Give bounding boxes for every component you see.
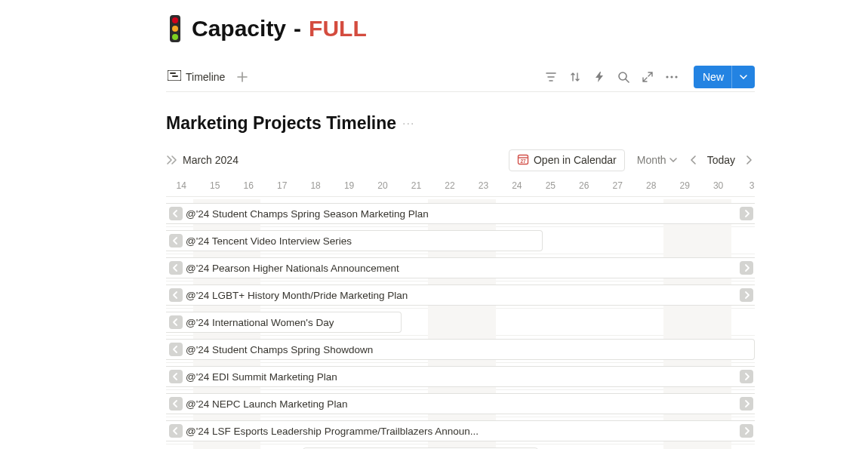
more-icon[interactable] (665, 70, 679, 84)
timeline-row: @'24 NEPC Launch Marketing Plan (166, 390, 755, 417)
chevron-down-icon (669, 158, 677, 162)
timeline-row: @'24 Tencent Video Interview Series (166, 227, 755, 254)
collapse-icon[interactable] (166, 155, 178, 165)
svg-point-2 (172, 26, 178, 32)
timeline-bar[interactable]: @'24 Student Champs Spring Showdown (166, 339, 755, 360)
date-label: 26 (579, 180, 589, 191)
date-label: 24 (512, 180, 522, 191)
weekend-shade (193, 444, 260, 449)
continues-right-icon[interactable] (740, 397, 753, 411)
timeline-bar-label: @'24 NEPC Launch Marketing Plan (186, 398, 347, 410)
weekend-shade (663, 226, 731, 254)
timeline-icon (168, 70, 181, 83)
continues-left-icon[interactable] (169, 370, 183, 383)
timeline-bar[interactable]: @'24 LSF Esports Leadership Programme/Tr… (166, 420, 755, 441)
continues-left-icon[interactable] (169, 343, 183, 356)
date-label: 28 (646, 180, 656, 191)
timeline-row: @'24 International Women's Day (166, 309, 755, 336)
timeline-row: @'24 Student Champs Spring Season Market… (166, 200, 755, 227)
tab-timeline[interactable]: Timeline (166, 67, 226, 86)
date-label: 27 (613, 180, 623, 191)
timeline-bar[interactable]: @'24 LGBT+ History Month/Pride Marketing… (166, 284, 755, 306)
timeline-bar[interactable]: @'24 EDI Summit Marketing Plan (166, 366, 755, 387)
prev-button[interactable] (688, 154, 700, 166)
new-button[interactable]: New (694, 66, 755, 88)
next-button[interactable] (743, 154, 755, 166)
date-label: 22 (445, 180, 454, 191)
section-menu-icon[interactable]: ··· (402, 117, 414, 131)
weekend-shade (428, 308, 496, 336)
date-label: 3 (749, 180, 755, 191)
svg-text:27: 27 (520, 158, 526, 163)
timeline-bar-label: @'24 Tencent Video Interview Series (186, 235, 352, 247)
continues-right-icon[interactable] (740, 261, 753, 275)
svg-point-1 (172, 17, 178, 23)
svg-point-10 (675, 75, 677, 78)
continues-left-icon[interactable] (169, 397, 183, 411)
timeline-bar-label: @'24 Pearson Higher Nationals Announceme… (186, 263, 399, 274)
date-label: 25 (546, 180, 556, 191)
timeline-bar-label: @'24 Student Champs Spring Showdown (186, 344, 373, 355)
timeline-bar-label: @'24 LGBT+ History Month/Pride Marketing… (186, 290, 408, 301)
svg-point-3 (172, 34, 178, 40)
search-icon[interactable] (617, 70, 630, 84)
scale-select-label: Month (637, 154, 666, 166)
scale-select[interactable]: Month (637, 154, 677, 166)
view-toolbar: Timeline (166, 62, 755, 92)
date-label: 18 (310, 180, 320, 191)
timeline-row: @'24 LGBT+ History Month/Pride Marketing… (166, 281, 755, 309)
continues-left-icon[interactable] (169, 234, 183, 248)
weekend-shade (663, 444, 731, 449)
svg-point-9 (670, 75, 673, 78)
timeline-row: @'24 Student Champs Spring Showdown (166, 336, 755, 363)
timeline-bar[interactable]: @'24 Tencent Video Interview Series (166, 230, 543, 251)
continues-right-icon[interactable] (740, 288, 753, 302)
svg-rect-5 (170, 72, 176, 74)
filter-icon[interactable] (544, 70, 558, 84)
tab-label: Timeline (186, 71, 225, 83)
open-in-calendar-button[interactable]: 27 Open in Calendar (509, 149, 625, 171)
timeline-bar[interactable]: @'24 International Women's Day (166, 312, 402, 333)
new-button-chevron[interactable] (731, 66, 755, 88)
date-label: 21 (411, 180, 421, 191)
timeline-bar[interactable]: @'24 Pearson Higher Nationals Announceme… (166, 257, 755, 278)
continues-left-icon[interactable] (169, 207, 183, 220)
date-label: 20 (377, 180, 387, 191)
new-button-label: New (694, 71, 731, 83)
continues-left-icon[interactable] (169, 261, 183, 275)
date-label: 16 (244, 180, 254, 191)
date-label: 17 (277, 180, 287, 191)
open-in-calendar-label: Open in Calendar (534, 154, 617, 166)
sort-icon[interactable] (568, 70, 582, 84)
continues-right-icon[interactable] (740, 370, 753, 383)
continues-right-icon[interactable] (740, 424, 753, 438)
date-label: 14 (177, 180, 186, 191)
timeline-bar[interactable]: @'24 NEPC Launch Marketing Plan (166, 393, 755, 414)
timeline-row: @'24 LSF Esports Leadership Programme/Tr… (166, 417, 755, 444)
timeline-header: March 2024 27 Open in Calendar Month Tod… (166, 147, 755, 173)
calendar-icon: 27 (517, 153, 529, 168)
timeline-body: @'24 Student Champs Spring Season Market… (166, 200, 755, 449)
page-title-row: Capacity - FULL (166, 14, 755, 44)
today-button[interactable]: Today (707, 154, 735, 166)
expand-icon[interactable] (641, 70, 654, 84)
timeline-bar-label: @'24 International Women's Day (186, 317, 334, 328)
svg-rect-6 (172, 75, 178, 77)
continues-right-icon[interactable] (740, 207, 753, 220)
page-title-status: FULL (309, 16, 367, 42)
add-view-button[interactable] (234, 69, 251, 85)
continues-left-icon[interactable] (169, 424, 183, 438)
date-label: 30 (713, 180, 723, 191)
page-title-dash: - (294, 16, 301, 42)
lightning-icon[interactable] (593, 70, 606, 84)
weekend-shade (663, 308, 731, 336)
timeline-bar[interactable]: @'24 Student Champs Spring Season Market… (166, 203, 755, 224)
continues-left-icon[interactable] (169, 288, 183, 302)
date-label: 19 (344, 180, 354, 191)
svg-point-8 (666, 75, 668, 78)
continues-left-icon[interactable] (169, 315, 183, 329)
traffic-light-icon (166, 14, 184, 44)
date-label: 23 (479, 180, 488, 191)
timeline-row: @'24 Neurodiversity Celebration Week (166, 444, 755, 449)
dates-row: 14151617181920212223242526272829303 (166, 174, 755, 197)
